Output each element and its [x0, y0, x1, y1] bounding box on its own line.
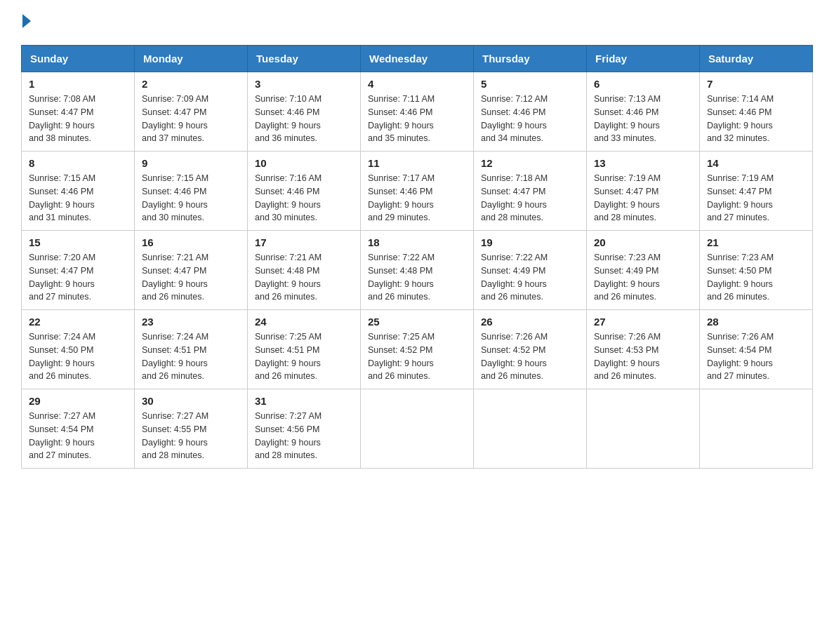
day-number: 15	[29, 236, 127, 248]
day-info: Sunrise: 7:20 AMSunset: 4:47 PMDaylight:…	[29, 251, 127, 304]
weekday-header-tuesday: Tuesday	[248, 46, 361, 72]
day-cell-18: 18Sunrise: 7:22 AMSunset: 4:48 PMDayligh…	[361, 231, 474, 310]
day-number: 17	[255, 236, 353, 248]
day-number: 19	[481, 236, 579, 248]
day-number: 23	[142, 316, 240, 328]
weekday-header-thursday: Thursday	[474, 46, 587, 72]
day-cell-11: 11Sunrise: 7:17 AMSunset: 4:46 PMDayligh…	[361, 152, 474, 231]
week-row-2: 8Sunrise: 7:15 AMSunset: 4:46 PMDaylight…	[22, 152, 813, 231]
day-cell-9: 9Sunrise: 7:15 AMSunset: 4:46 PMDaylight…	[135, 152, 248, 231]
day-cell-7: 7Sunrise: 7:14 AMSunset: 4:46 PMDaylight…	[700, 72, 813, 152]
day-cell-6: 6Sunrise: 7:13 AMSunset: 4:46 PMDaylight…	[587, 72, 700, 152]
day-info: Sunrise: 7:19 AMSunset: 4:47 PMDaylight:…	[594, 172, 692, 224]
day-cell-23: 23Sunrise: 7:24 AMSunset: 4:51 PMDayligh…	[135, 310, 248, 389]
day-cell-12: 12Sunrise: 7:18 AMSunset: 4:47 PMDayligh…	[474, 152, 587, 231]
day-number: 16	[142, 236, 240, 248]
week-row-1: 1Sunrise: 7:08 AMSunset: 4:47 PMDaylight…	[22, 72, 813, 152]
day-info: Sunrise: 7:21 AMSunset: 4:47 PMDaylight:…	[142, 251, 240, 304]
day-cell-17: 17Sunrise: 7:21 AMSunset: 4:48 PMDayligh…	[248, 231, 361, 310]
day-info: Sunrise: 7:13 AMSunset: 4:46 PMDaylight:…	[594, 93, 692, 145]
day-number: 31	[255, 395, 353, 407]
day-number: 21	[707, 236, 805, 248]
day-info: Sunrise: 7:25 AMSunset: 4:52 PMDaylight:…	[368, 330, 466, 383]
day-info: Sunrise: 7:15 AMSunset: 4:46 PMDaylight:…	[142, 172, 240, 224]
empty-cell	[474, 389, 587, 469]
day-cell-13: 13Sunrise: 7:19 AMSunset: 4:47 PMDayligh…	[587, 152, 700, 231]
day-info: Sunrise: 7:27 AMSunset: 4:56 PMDaylight:…	[255, 410, 353, 462]
day-number: 7	[707, 78, 805, 90]
day-number: 29	[29, 395, 127, 407]
day-info: Sunrise: 7:17 AMSunset: 4:46 PMDaylight:…	[368, 172, 466, 224]
day-info: Sunrise: 7:24 AMSunset: 4:51 PMDaylight:…	[142, 330, 240, 383]
day-cell-5: 5Sunrise: 7:12 AMSunset: 4:46 PMDaylight…	[474, 72, 587, 152]
day-number: 13	[594, 157, 692, 169]
day-info: Sunrise: 7:27 AMSunset: 4:54 PMDaylight:…	[29, 410, 127, 462]
weekday-header-row: SundayMondayTuesdayWednesdayThursdayFrid…	[22, 46, 813, 72]
day-number: 28	[707, 316, 805, 328]
day-info: Sunrise: 7:16 AMSunset: 4:46 PMDaylight:…	[255, 172, 353, 224]
day-cell-29: 29Sunrise: 7:27 AMSunset: 4:54 PMDayligh…	[22, 389, 135, 469]
day-info: Sunrise: 7:15 AMSunset: 4:46 PMDaylight:…	[29, 172, 127, 224]
logo	[21, 14, 31, 34]
day-number: 18	[368, 236, 466, 248]
day-number: 14	[707, 157, 805, 169]
day-info: Sunrise: 7:10 AMSunset: 4:46 PMDaylight:…	[255, 93, 353, 145]
day-number: 8	[29, 157, 127, 169]
empty-cell	[361, 389, 474, 469]
page-header	[21, 14, 813, 34]
day-number: 10	[255, 157, 353, 169]
day-info: Sunrise: 7:12 AMSunset: 4:46 PMDaylight:…	[481, 93, 579, 145]
day-cell-31: 31Sunrise: 7:27 AMSunset: 4:56 PMDayligh…	[248, 389, 361, 469]
weekday-header-sunday: Sunday	[22, 46, 135, 72]
day-number: 4	[368, 78, 466, 90]
day-cell-30: 30Sunrise: 7:27 AMSunset: 4:55 PMDayligh…	[135, 389, 248, 469]
day-number: 24	[255, 316, 353, 328]
day-info: Sunrise: 7:25 AMSunset: 4:51 PMDaylight:…	[255, 330, 353, 383]
day-cell-4: 4Sunrise: 7:11 AMSunset: 4:46 PMDaylight…	[361, 72, 474, 152]
day-info: Sunrise: 7:24 AMSunset: 4:50 PMDaylight:…	[29, 330, 127, 383]
day-cell-26: 26Sunrise: 7:26 AMSunset: 4:52 PMDayligh…	[474, 310, 587, 389]
day-number: 9	[142, 157, 240, 169]
day-number: 22	[29, 316, 127, 328]
day-cell-28: 28Sunrise: 7:26 AMSunset: 4:54 PMDayligh…	[700, 310, 813, 389]
weekday-header-monday: Monday	[135, 46, 248, 72]
day-info: Sunrise: 7:22 AMSunset: 4:48 PMDaylight:…	[368, 251, 466, 304]
day-cell-22: 22Sunrise: 7:24 AMSunset: 4:50 PMDayligh…	[22, 310, 135, 389]
day-number: 1	[29, 78, 127, 90]
week-row-5: 29Sunrise: 7:27 AMSunset: 4:54 PMDayligh…	[22, 389, 813, 469]
day-cell-8: 8Sunrise: 7:15 AMSunset: 4:46 PMDaylight…	[22, 152, 135, 231]
day-info: Sunrise: 7:08 AMSunset: 4:47 PMDaylight:…	[29, 93, 127, 145]
day-info: Sunrise: 7:22 AMSunset: 4:49 PMDaylight:…	[481, 251, 579, 304]
day-number: 26	[481, 316, 579, 328]
day-info: Sunrise: 7:21 AMSunset: 4:48 PMDaylight:…	[255, 251, 353, 304]
day-cell-16: 16Sunrise: 7:21 AMSunset: 4:47 PMDayligh…	[135, 231, 248, 310]
day-cell-10: 10Sunrise: 7:16 AMSunset: 4:46 PMDayligh…	[248, 152, 361, 231]
day-info: Sunrise: 7:26 AMSunset: 4:54 PMDaylight:…	[707, 330, 805, 383]
day-cell-15: 15Sunrise: 7:20 AMSunset: 4:47 PMDayligh…	[22, 231, 135, 310]
day-info: Sunrise: 7:23 AMSunset: 4:50 PMDaylight:…	[707, 251, 805, 304]
empty-cell	[587, 389, 700, 469]
calendar-table: SundayMondayTuesdayWednesdayThursdayFrid…	[21, 45, 813, 469]
day-cell-1: 1Sunrise: 7:08 AMSunset: 4:47 PMDaylight…	[22, 72, 135, 152]
day-cell-25: 25Sunrise: 7:25 AMSunset: 4:52 PMDayligh…	[361, 310, 474, 389]
day-info: Sunrise: 7:19 AMSunset: 4:47 PMDaylight:…	[707, 172, 805, 224]
weekday-header-saturday: Saturday	[700, 46, 813, 72]
week-row-3: 15Sunrise: 7:20 AMSunset: 4:47 PMDayligh…	[22, 231, 813, 310]
day-cell-20: 20Sunrise: 7:23 AMSunset: 4:49 PMDayligh…	[587, 231, 700, 310]
day-info: Sunrise: 7:23 AMSunset: 4:49 PMDaylight:…	[594, 251, 692, 304]
day-number: 27	[594, 316, 692, 328]
day-number: 20	[594, 236, 692, 248]
day-info: Sunrise: 7:14 AMSunset: 4:46 PMDaylight:…	[707, 93, 805, 145]
week-row-4: 22Sunrise: 7:24 AMSunset: 4:50 PMDayligh…	[22, 310, 813, 389]
day-number: 25	[368, 316, 466, 328]
day-number: 12	[481, 157, 579, 169]
day-cell-2: 2Sunrise: 7:09 AMSunset: 4:47 PMDaylight…	[135, 72, 248, 152]
day-cell-14: 14Sunrise: 7:19 AMSunset: 4:47 PMDayligh…	[700, 152, 813, 231]
day-cell-24: 24Sunrise: 7:25 AMSunset: 4:51 PMDayligh…	[248, 310, 361, 389]
empty-cell	[700, 389, 813, 469]
day-number: 3	[255, 78, 353, 90]
weekday-header-wednesday: Wednesday	[361, 46, 474, 72]
day-number: 2	[142, 78, 240, 90]
logo-triangle-icon	[22, 14, 31, 28]
day-info: Sunrise: 7:27 AMSunset: 4:55 PMDaylight:…	[142, 410, 240, 462]
